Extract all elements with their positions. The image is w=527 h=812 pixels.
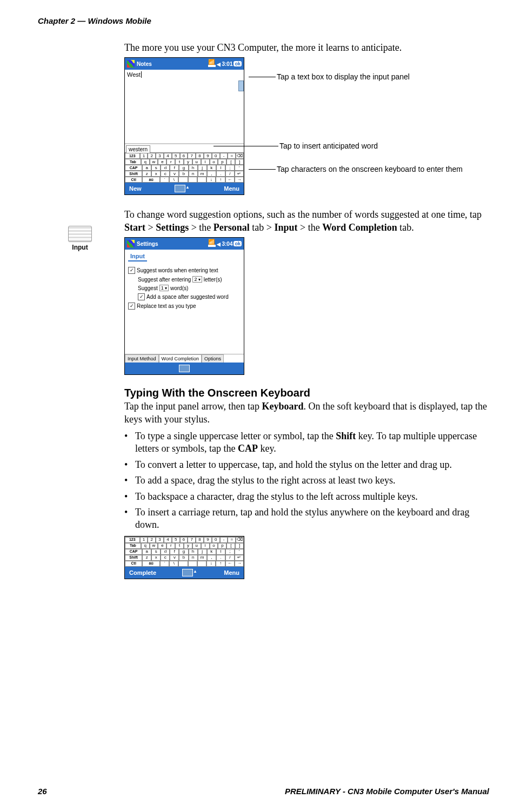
keyboard-key[interactable]: ↑ — [216, 177, 225, 183]
keyboard-key[interactable]: a — [142, 549, 151, 555]
keyboard-key[interactable]: f — [170, 165, 179, 171]
softkey-complete[interactable]: Complete — [129, 569, 156, 576]
keyboard-key[interactable]: q — [141, 159, 150, 165]
keyboard-key[interactable]: \ — [169, 177, 178, 183]
keyboard-key[interactable]: g — [179, 165, 188, 171]
softkey-menu[interactable]: Menu — [224, 569, 239, 576]
keyboard-key[interactable]: d — [161, 165, 170, 171]
keyboard-key[interactable]: / — [225, 171, 235, 177]
keyboard-key[interactable]: ⌫ — [236, 153, 244, 159]
keyboard-key[interactable]: = — [228, 537, 236, 543]
keyboard-key[interactable]: g — [179, 549, 188, 555]
keyboard-key[interactable]: e — [158, 159, 166, 165]
keyboard-key[interactable]: 8 — [196, 153, 204, 159]
keyboard-key[interactable]: \ — [169, 561, 178, 567]
keyboard-key[interactable] — [197, 561, 206, 567]
keyboard-key[interactable]: 7 — [188, 537, 196, 543]
keyboard-key[interactable]: 4 — [164, 537, 172, 543]
keyboard-key[interactable]: - — [220, 153, 228, 159]
keyboard-key[interactable] — [178, 561, 188, 567]
keyboard-key[interactable]: = — [228, 153, 236, 159]
keyboard-key[interactable]: 3 — [156, 537, 164, 543]
keyboard-key[interactable]: 123 — [125, 153, 140, 159]
keyboard-key[interactable]: 4 — [164, 153, 172, 159]
keyboard-key[interactable]: v — [170, 171, 179, 177]
keyboard-key[interactable]: y — [184, 159, 192, 165]
keyboard-key[interactable]: CAP — [125, 549, 142, 555]
keyboard-key[interactable]: 9 — [204, 537, 212, 543]
keyboard-key[interactable]: ; — [225, 165, 235, 171]
keyboard-key[interactable]: d — [161, 549, 170, 555]
keyboard-key[interactable]: n — [189, 555, 198, 561]
keyboard-key[interactable]: ↵ — [235, 555, 244, 561]
softkey-new[interactable]: New — [129, 185, 142, 192]
input-panel-icon[interactable] — [175, 185, 185, 192]
keyboard-key[interactable]: CAP — [125, 165, 142, 171]
keyboard-key[interactable]: ← — [225, 177, 235, 183]
onscreen-keyboard[interactable]: 1231234567890-=⌫Tabqwertyuiop[]CAPasdfgh… — [125, 536, 244, 567]
keyboard-key[interactable]: z — [142, 555, 151, 561]
keyboard-key[interactable]: n — [189, 171, 198, 177]
keyboard-key[interactable]: 9 — [204, 153, 212, 159]
keyboard-key[interactable]: 6 — [180, 537, 188, 543]
keyboard-key[interactable]: l — [216, 165, 225, 171]
keyboard-key[interactable]: - — [220, 537, 228, 543]
keyboard-key[interactable]: Ctl — [125, 561, 142, 567]
keyboard-key[interactable] — [197, 177, 206, 183]
keyboard-key[interactable]: Tab — [125, 159, 141, 165]
keyboard-key[interactable]: ↑ — [216, 561, 225, 567]
tab-options[interactable]: Options — [202, 354, 224, 363]
keyboard-key[interactable]: 1 — [140, 537, 148, 543]
keyboard-key[interactable]: 2 — [148, 153, 156, 159]
keyboard-key[interactable]: b — [179, 555, 188, 561]
keyboard-key[interactable]: ← — [225, 561, 235, 567]
keyboard-key[interactable]: r — [166, 159, 175, 165]
keyboard-key[interactable]: 3 — [156, 153, 164, 159]
note-text-area[interactable]: West — [125, 70, 244, 144]
keyboard-key[interactable]: [ — [226, 543, 235, 549]
keyboard-key[interactable]: o — [210, 159, 218, 165]
keyboard-key[interactable]: ' — [235, 549, 244, 555]
keyboard-key[interactable]: 7 — [188, 153, 196, 159]
keyboard-key[interactable]: x — [151, 555, 161, 561]
keyboard-key[interactable]: q — [141, 543, 150, 549]
scrollbar-thumb[interactable] — [238, 80, 244, 91]
keyboard-key[interactable]: h — [189, 165, 198, 171]
tab-word-completion[interactable]: Word Completion — [159, 354, 202, 363]
keyboard-key[interactable]: Ctl — [125, 177, 142, 183]
keyboard-key[interactable]: ` — [160, 561, 169, 567]
keyboard-key[interactable]: l — [216, 549, 225, 555]
input-panel-arrow-icon[interactable]: ▴ — [186, 185, 191, 191]
keyboard-key[interactable]: c — [161, 555, 170, 561]
keyboard-key[interactable]: i — [201, 159, 210, 165]
keyboard-key[interactable]: f — [170, 549, 179, 555]
keyboard-key[interactable] — [188, 177, 197, 183]
keyboard-key[interactable]: Shift — [125, 555, 142, 561]
keyboard-key[interactable]: / — [225, 555, 235, 561]
keyboard-key[interactable]: j — [198, 165, 207, 171]
keyboard-key[interactable]: → — [235, 177, 244, 183]
keyboard-key[interactable]: p — [218, 543, 226, 549]
keyboard-key[interactable]: u — [192, 159, 201, 165]
keyboard-key[interactable]: ↓ — [206, 177, 216, 183]
keyboard-key[interactable]: p — [218, 159, 226, 165]
keyboard-key[interactable]: a — [142, 165, 151, 171]
keyboard-key[interactable] — [178, 177, 188, 183]
input-panel-icon[interactable] — [179, 365, 190, 372]
keyboard-key[interactable]: . — [216, 171, 225, 177]
keyboard-key[interactable]: t — [175, 543, 184, 549]
keyboard-key[interactable]: y — [184, 543, 192, 549]
keyboard-key[interactable]: i — [201, 543, 210, 549]
keyboard-key[interactable]: o — [210, 543, 218, 549]
keyboard-key[interactable]: x — [151, 171, 161, 177]
keyboard-key[interactable]: 5 — [172, 537, 180, 543]
keyboard-key[interactable]: . — [216, 555, 225, 561]
checkbox-replace-text[interactable]: ✓ — [128, 303, 135, 310]
input-panel-icon[interactable] — [182, 569, 193, 576]
keyboard-key[interactable]: k — [207, 549, 216, 555]
keyboard-key[interactable]: u — [192, 543, 201, 549]
input-panel-arrow-icon[interactable]: ▴ — [194, 569, 198, 575]
keyboard-key[interactable]: z — [142, 171, 151, 177]
keyboard-key[interactable]: , — [207, 171, 216, 177]
keyboard-key[interactable]: 8 — [196, 537, 204, 543]
